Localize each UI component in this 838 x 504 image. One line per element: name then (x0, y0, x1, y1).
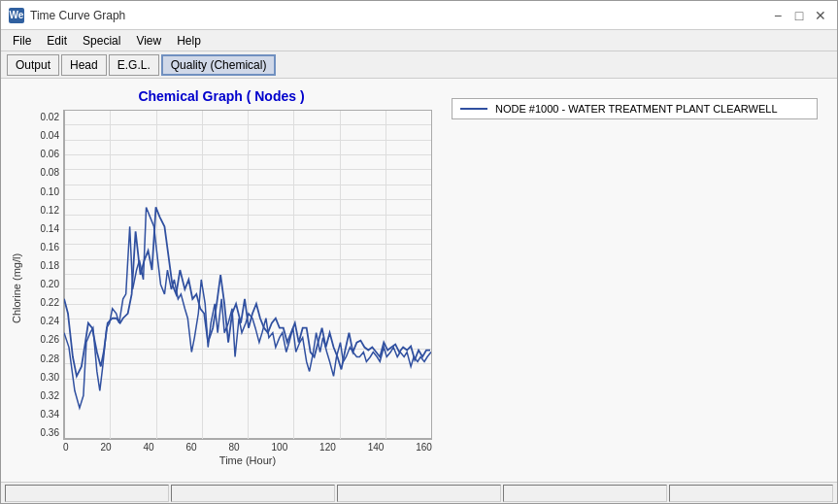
menu-file[interactable]: File (5, 32, 39, 50)
menu-edit[interactable]: Edit (39, 32, 75, 50)
graph-area: Chlorine (mg/l) 0.36 0.34 0.32 0.30 0.28… (11, 110, 432, 466)
y-ticks: 0.36 0.34 0.32 0.30 0.28 0.26 0.24 0.22 … (28, 110, 63, 440)
status-segment-2 (171, 485, 335, 502)
close-button[interactable]: ✕ (812, 7, 829, 24)
x-ticks: 0 20 40 60 80 100 120 140 160 (63, 440, 432, 453)
egl-button[interactable]: E.G.L. (109, 54, 159, 76)
title-bar: We Time Curve Graph − □ ✕ (1, 1, 837, 30)
status-segment-3 (337, 485, 501, 502)
output-button[interactable]: Output (7, 54, 59, 76)
window-title: Time Curve Graph (30, 9, 125, 22)
y-axis-label: Chlorine (mg/l) (11, 110, 28, 466)
plot-area (63, 110, 432, 440)
svg-rect-0 (64, 111, 431, 439)
legend-area: NODE #1000 - WATER TREATMENT PLANT CLEAR… (442, 88, 827, 472)
app-icon: We (9, 8, 24, 23)
minimize-button[interactable]: − (769, 7, 787, 24)
status-segment-4 (503, 485, 667, 502)
legend-line-icon (460, 108, 487, 110)
menu-help[interactable]: Help (169, 32, 209, 50)
title-bar-left: We Time Curve Graph (9, 8, 125, 23)
status-segment-5 (669, 485, 833, 502)
graph-with-axes: 0.36 0.34 0.32 0.30 0.28 0.26 0.24 0.22 … (28, 110, 432, 466)
status-bar (1, 482, 837, 503)
menu-special[interactable]: Special (75, 32, 128, 50)
legend-item: NODE #1000 - WATER TREATMENT PLANT CLEAR… (452, 98, 818, 119)
legend-label: NODE #1000 - WATER TREATMENT PLANT CLEAR… (495, 103, 778, 115)
x-axis-label: Time (Hour) (63, 454, 432, 466)
quality-chemical-button[interactable]: Quality (Chemical) (161, 54, 277, 76)
main-content: Chemical Graph ( Nodes ) Chlorine (mg/l)… (1, 79, 837, 482)
window-controls: − □ ✕ (769, 7, 829, 24)
head-button[interactable]: Head (61, 54, 107, 76)
graph-container: Chemical Graph ( Nodes ) Chlorine (mg/l)… (11, 88, 432, 472)
menu-bar: File Edit Special View Help (1, 30, 837, 51)
chart-line-svg (64, 111, 431, 439)
menu-view[interactable]: View (128, 32, 169, 50)
status-segment-1 (5, 485, 169, 502)
plot-and-y: 0.36 0.34 0.32 0.30 0.28 0.26 0.24 0.22 … (28, 110, 432, 440)
maximize-button[interactable]: □ (790, 7, 808, 24)
graph-title: Chemical Graph ( Nodes ) (11, 88, 432, 104)
toolbar: Output Head E.G.L. Quality (Chemical) (1, 51, 837, 79)
main-window: We Time Curve Graph − □ ✕ File Edit Spec… (0, 0, 838, 504)
